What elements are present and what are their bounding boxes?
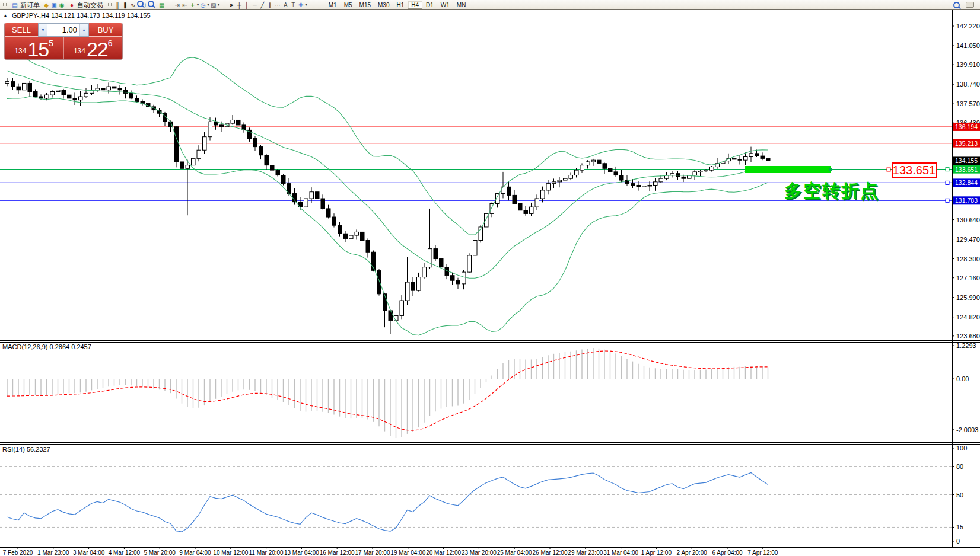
- hline-handle[interactable]: [946, 181, 949, 184]
- horizontal-line-icon[interactable]: ─: [251, 1, 258, 9]
- toolbar-grip[interactable]: [310, 2, 313, 8]
- price-tick-label: 128.300: [956, 255, 980, 263]
- cursor-icon[interactable]: ➤: [228, 1, 235, 9]
- buy-button[interactable]: BUY: [89, 23, 122, 37]
- symbol-info-bar: ▲ GBPJPY-,H4 134.121 134.173 134.119 134…: [3, 12, 151, 19]
- one-click-toggle-icon[interactable]: ▲: [3, 13, 8, 18]
- macd-signal-line: [7, 351, 768, 430]
- sell-button[interactable]: SELL: [5, 23, 38, 37]
- volume-decrease-button[interactable]: ▼: [39, 24, 47, 36]
- templates-caret-icon[interactable]: ▾: [218, 2, 220, 7]
- toolbar-grip[interactable]: [168, 2, 171, 8]
- chart-shift-icon[interactable]: ⇥: [174, 1, 181, 9]
- new-order-label: 新订单: [20, 1, 40, 9]
- candlestick-chart-icon[interactable]: ❚: [122, 1, 129, 9]
- templates-icon[interactable]: ▨: [210, 1, 217, 9]
- auto-scroll-icon[interactable]: ⇤: [182, 1, 189, 9]
- new-order-icon: ▤: [11, 1, 18, 9]
- chinese-annotation-text[interactable]: 多空转折点: [784, 179, 879, 203]
- macd-signal-value: 0.2457: [71, 343, 91, 350]
- zoom-out-icon[interactable]: −: [148, 1, 158, 9]
- connector-end-handle[interactable]: [887, 168, 890, 171]
- price-callout-box[interactable]: 133.651: [892, 162, 937, 178]
- macd-axis-label: -2.0003: [956, 426, 978, 433]
- rsi-value: 56.2327: [27, 446, 50, 453]
- text-icon[interactable]: A: [282, 1, 289, 9]
- time-axis-label: 9 Mar 04:00: [179, 549, 211, 556]
- timeframe-button-d1[interactable]: D1: [422, 1, 437, 9]
- search-icon[interactable]: [953, 2, 960, 8]
- price-tick-label: 138.740: [956, 81, 980, 88]
- zoom-in-icon[interactable]: +: [137, 1, 147, 9]
- buy-price[interactable]: 134 22 6: [64, 37, 123, 59]
- axis-price-label: 132.844: [955, 179, 978, 186]
- rsi-indicator-label: RSI(14) 56.2327: [2, 446, 50, 453]
- volume-input[interactable]: [47, 24, 79, 36]
- bb-middle: [7, 71, 768, 278]
- signals-icon[interactable]: ◉: [58, 1, 65, 9]
- timeframe-button-m5[interactable]: M5: [341, 1, 356, 9]
- autotrading-button[interactable]: ● 自动交易: [66, 1, 106, 9]
- trendline-icon[interactable]: ╱: [259, 1, 266, 9]
- timeframe-button-m15[interactable]: M15: [356, 1, 374, 9]
- macd-axis-label: 0.00: [956, 375, 969, 382]
- macd-axis-label: 1.2293: [956, 342, 976, 349]
- vertical-line-icon[interactable]: │: [243, 1, 250, 9]
- timeframe-button-m1[interactable]: M1: [325, 1, 341, 9]
- time-axis-label: 20 Mar 12:00: [426, 549, 461, 556]
- timeframe-button-h1[interactable]: H1: [393, 1, 408, 9]
- bb-upper: [7, 43, 768, 235]
- macd-main-value: 0.2864: [49, 343, 69, 350]
- rsi-axis-label: 50: [956, 491, 963, 499]
- text-label-icon[interactable]: T: [289, 1, 297, 9]
- toolbar-grip[interactable]: [3, 2, 7, 8]
- crosshair-icon[interactable]: ┼: [236, 1, 243, 9]
- macd-name: MACD(12,26,9): [2, 343, 47, 350]
- arrows-icon[interactable]: ✚: [297, 1, 304, 9]
- sell-price-pips: 15: [27, 40, 49, 58]
- axis-price-label: 135.213: [955, 140, 978, 147]
- price-tick-label: 125.990: [956, 294, 980, 301]
- connector-handle[interactable]: [829, 168, 832, 171]
- hline-handle[interactable]: [946, 168, 949, 171]
- bb-lower: [7, 97, 768, 335]
- time-axis-label: 5 Mar 20:00: [144, 549, 176, 556]
- volume-increase-button[interactable]: ▲: [79, 24, 88, 36]
- navigator-icon[interactable]: ▣: [50, 1, 58, 9]
- hline-handle[interactable]: [946, 199, 949, 202]
- bollinger-bands: [7, 43, 768, 335]
- add-indicator-icon[interactable]: +: [189, 1, 196, 9]
- new-order-button[interactable]: ▤ 新订单: [9, 1, 42, 9]
- chat-icon[interactable]: [966, 2, 974, 8]
- bar-chart-icon[interactable]: ║: [114, 1, 121, 9]
- sell-price-point: 5: [49, 39, 53, 48]
- toolbar-grip[interactable]: [108, 2, 112, 8]
- timeframe-button-h4[interactable]: H4: [408, 1, 422, 9]
- price-tick-label: 123.680: [956, 333, 980, 340]
- axis-price-label: 134.155: [955, 157, 978, 164]
- price-tick-label: 124.820: [956, 314, 980, 321]
- periods-caret-icon[interactable]: ▾: [207, 2, 209, 7]
- arrows-caret-icon[interactable]: ▾: [305, 2, 307, 7]
- equidistant-channel-icon[interactable]: ∥: [266, 1, 273, 9]
- support-zone-highlight[interactable]: [745, 166, 831, 173]
- periods-icon[interactable]: ◷: [199, 1, 206, 9]
- timeframe-button-mn[interactable]: MN: [453, 1, 470, 9]
- time-axis-label: 23 Mar 20:00: [462, 549, 497, 556]
- market-watch-icon[interactable]: ◆: [43, 1, 50, 9]
- sell-price[interactable]: 134 15 5: [5, 37, 64, 59]
- time-axis-label: 26 Mar 12:00: [533, 549, 568, 556]
- line-chart-icon[interactable]: ∿: [129, 1, 136, 9]
- price-tick-label: 142.220: [956, 23, 980, 30]
- time-axis-label: 3 Mar 04:00: [73, 549, 105, 556]
- rsi-name: RSI(14): [2, 446, 25, 453]
- chart-canvas[interactable]: 142.220141.050139.910138.740137.570136.4…: [0, 0, 980, 556]
- tile-windows-icon[interactable]: ▦: [158, 1, 166, 9]
- rsi-axis-label: 15: [956, 523, 963, 531]
- fibonacci-icon[interactable]: ⋯: [274, 1, 281, 9]
- toolbar-grip[interactable]: [222, 2, 225, 8]
- add-indicator-caret-icon[interactable]: ▾: [197, 2, 199, 7]
- timeframe-button-w1[interactable]: W1: [437, 1, 453, 9]
- timeframe-button-m30[interactable]: M30: [374, 1, 393, 9]
- price-tick-label: 141.050: [956, 42, 980, 49]
